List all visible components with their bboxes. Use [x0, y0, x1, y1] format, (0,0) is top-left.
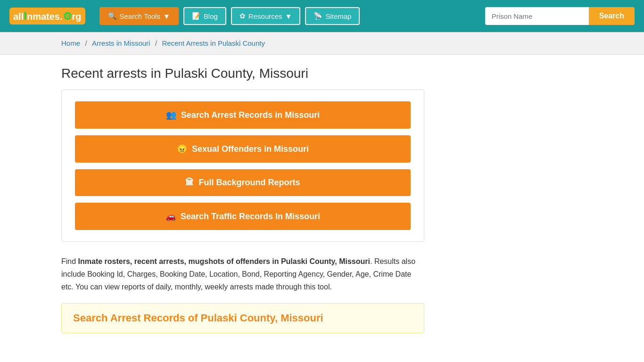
main-content: Recent arrests in Pulaski County, Missou… [0, 55, 644, 345]
sexual-offenders-icon: 😠 [177, 144, 187, 154]
sexual-offenders-button[interactable]: 😠 Sexual Offenders in Missouri [75, 135, 411, 163]
description-bold: Inmate rosters, recent arrests, mugshots… [78, 257, 370, 265]
blog-button[interactable]: 📝 Blog [183, 7, 226, 25]
search-tools-button[interactable]: 🔍 Search Tools ▼ [99, 7, 179, 25]
header: allInmates.⚙rg 🔍 Search Tools ▼ 📝 Blog ✿… [0, 0, 644, 32]
sitemap-label: Sitemap [325, 12, 351, 20]
header-search-label: Search [599, 12, 624, 20]
background-reports-label: Full Background Reports [198, 178, 300, 188]
search-tools-chevron-icon: ▼ [163, 12, 170, 20]
yellow-section-heading: Search Arrest Records of Pulaski County,… [73, 312, 413, 324]
background-reports-icon: 🏛 [185, 178, 194, 188]
search-tools-label: Search Tools [120, 12, 160, 20]
blog-icon: 📝 [192, 12, 201, 20]
breadcrumb-home[interactable]: Home [61, 39, 80, 47]
header-search: Search [485, 7, 635, 25]
logo[interactable]: allInmates.⚙rg [9, 8, 85, 25]
logo-text: allInmates.⚙rg [13, 9, 82, 23]
traffic-records-label: Search Traffic Records In Missouri [181, 212, 320, 222]
action-card: 👥 Search Arrest Records in Missouri 😠 Se… [61, 90, 424, 242]
blog-label: Blog [204, 12, 218, 20]
header-search-button[interactable]: Search [589, 7, 635, 25]
resources-icon: ✿ [239, 12, 246, 20]
resources-button[interactable]: ✿ Resources ▼ [231, 7, 301, 25]
background-reports-button[interactable]: 🏛 Full Background Reports [75, 169, 411, 196]
resources-chevron-icon: ▼ [285, 12, 292, 20]
search-tools-icon: 🔍 [108, 12, 117, 20]
sexual-offenders-label: Sexual Offenders in Missouri [192, 144, 309, 154]
arrest-records-icon: 👥 [166, 110, 176, 120]
yellow-section: Search Arrest Records of Pulaski County,… [61, 303, 424, 333]
resources-label: Resources [248, 12, 282, 20]
search-arrest-records-button[interactable]: 👥 Search Arrest Records in Missouri [75, 101, 411, 129]
breadcrumb-sep-2: / [155, 39, 157, 47]
breadcrumb: Home / Arrests in Missouri / Recent Arre… [0, 32, 644, 55]
traffic-records-button[interactable]: 🚗 Search Traffic Records In Missouri [75, 203, 411, 230]
sitemap-button[interactable]: 📡 Sitemap [305, 7, 360, 25]
traffic-records-icon: 🚗 [165, 211, 176, 222]
breadcrumb-sep-1: / [85, 39, 87, 47]
breadcrumb-arrests-missouri[interactable]: Arrests in Missouri [92, 39, 150, 47]
page-title: Recent arrests in Pulaski County, Missou… [61, 66, 583, 81]
description-intro: Find [61, 257, 78, 265]
sitemap-icon: 📡 [314, 12, 322, 20]
arrest-records-label: Search Arrest Records in Missouri [181, 110, 320, 120]
breadcrumb-current: Recent Arrests in Pulaski County [162, 39, 265, 47]
prison-name-input[interactable] [485, 7, 589, 25]
description-text: Find Inmate rosters, recent arrests, mug… [61, 255, 424, 294]
